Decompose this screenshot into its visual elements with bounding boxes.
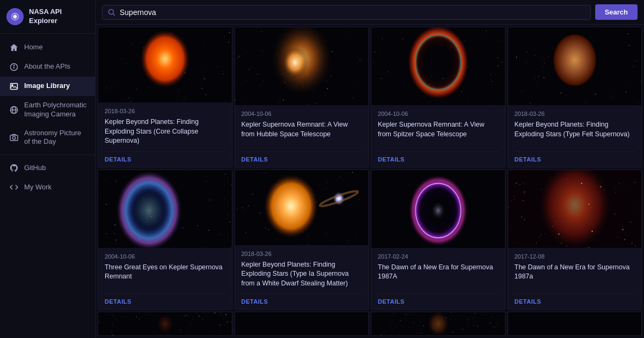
code-icon — [9, 182, 19, 192]
search-button[interactable]: Search — [595, 4, 638, 20]
image-card[interactable]: 2018-03-26 Kepler Beyond Planets: Findin… — [508, 27, 642, 167]
sidebar-label-earth-camera: Earth Polychromatic Imaging Camera — [24, 101, 87, 119]
svg-line-14 — [113, 13, 115, 16]
card-title: Three Great Eyes on Kepler Supernova Rem… — [105, 263, 225, 289]
image-icon — [9, 82, 19, 91]
sidebar-item-earth-camera[interactable]: Earth Polychromatic Imaging Camera — [0, 96, 95, 124]
app-logo-area: NASA API Explorer — [0, 0, 95, 34]
svg-point-5 — [13, 65, 14, 65]
card-image — [235, 27, 369, 105]
image-card[interactable]: 2017-12-08 The Dawn of a New Era for Sup… — [508, 170, 642, 310]
card-image — [371, 27, 505, 105]
card-image — [508, 27, 642, 105]
search-input-wrap[interactable] — [102, 5, 591, 20]
card-details-link[interactable]: DETAILS — [378, 151, 499, 163]
partial-card — [235, 312, 369, 336]
info-icon — [9, 62, 19, 72]
card-details-link[interactable]: DETAILS — [241, 293, 362, 305]
card-title: The Dawn of a New Era for Supernova 1987… — [378, 263, 499, 289]
app-title: NASA API Explorer — [29, 8, 89, 26]
card-title: The Dawn of a New Era for Supernova 1987… — [515, 263, 635, 289]
partial-card — [371, 312, 506, 336]
svg-point-13 — [109, 9, 114, 14]
card-image — [508, 170, 642, 248]
main-content: Search 2018-03-26 Kepler Beyond Planets:… — [96, 0, 644, 338]
image-card[interactable]: 2004-10-06 Three Great Eyes on Kepler Su… — [98, 170, 232, 310]
globe-icon — [9, 105, 19, 115]
card-title: Kepler Supernova Remnant: A View from Sp… — [378, 120, 499, 146]
image-card[interactable]: 2018-03-26 Kepler Beyond Planets: Findin… — [235, 170, 369, 310]
card-details-link[interactable]: DETAILS — [105, 151, 225, 163]
search-icon — [108, 9, 115, 16]
card-date: 2018-03-26 — [105, 108, 225, 114]
image-grid: 2018-03-26 Kepler Beyond Planets: Findin… — [96, 25, 644, 312]
card-date: 2018-03-26 — [241, 251, 362, 257]
github-icon — [9, 163, 19, 173]
card-details-link[interactable]: DETAILS — [378, 293, 499, 305]
app-logo-icon — [6, 8, 24, 25]
image-card[interactable]: 2004-10-06 Kepler Supernova Remnant: A V… — [235, 27, 369, 167]
image-card[interactable]: 2017-02-24 The Dawn of a New Era for Sup… — [371, 170, 506, 310]
camera-icon — [9, 133, 19, 142]
sidebar: NASA API Explorer Home About the APIs — [0, 0, 96, 338]
partial-card — [98, 312, 232, 336]
sidebar-item-my-work[interactable]: My Work — [0, 178, 95, 197]
card-image — [235, 170, 369, 245]
sidebar-label-home: Home — [24, 43, 43, 52]
nav-menu: Home About the APIs Image Li — [0, 34, 95, 338]
sidebar-item-image-library[interactable]: Image Library — [0, 77, 95, 96]
card-date: 2017-12-08 — [515, 253, 635, 260]
sidebar-item-apod[interactable]: Astronomy Picture of the Day — [0, 124, 95, 152]
image-card[interactable]: 2004-10-06 Kepler Supernova Remnant: A V… — [371, 27, 506, 167]
card-details-link[interactable]: DETAILS — [515, 151, 635, 163]
partial-row — [96, 312, 644, 338]
sidebar-item-home[interactable]: Home — [0, 38, 95, 57]
card-image — [98, 170, 232, 248]
card-image — [98, 27, 232, 102]
card-date: 2004-10-06 — [241, 111, 362, 117]
card-details-link[interactable]: DETAILS — [515, 293, 635, 305]
sidebar-label-about: About the APIs — [24, 62, 70, 71]
search-bar: Search — [96, 0, 644, 25]
partial-card — [508, 312, 642, 336]
card-details-link[interactable]: DETAILS — [241, 151, 362, 163]
sidebar-item-github[interactable]: GitHub — [0, 158, 95, 178]
sidebar-divider — [0, 155, 95, 155]
search-input[interactable] — [120, 8, 585, 17]
sidebar-label-github: GitHub — [24, 164, 46, 173]
image-card[interactable]: 2018-03-26 Kepler Beyond Planets: Findin… — [98, 27, 232, 167]
card-title: Kepler Supernova Remnant: A View from Hu… — [241, 120, 362, 146]
sidebar-label-apod: Astronomy Picture of the Day — [24, 129, 87, 147]
sidebar-label-image-library: Image Library — [24, 82, 70, 91]
card-date: 2004-10-06 — [378, 111, 499, 117]
home-icon — [9, 43, 19, 53]
card-title: Kepler Beyond Planets: Finding Exploding… — [105, 117, 225, 146]
card-image — [371, 170, 505, 248]
card-details-link[interactable]: DETAILS — [105, 293, 225, 305]
svg-point-12 — [12, 137, 16, 140]
card-date: 2004-10-06 — [105, 253, 225, 260]
card-date: 2017-02-24 — [378, 253, 499, 260]
card-title: Kepler Beyond Planets: Finding Exploding… — [241, 260, 362, 289]
sidebar-label-my-work: My Work — [24, 183, 52, 192]
card-date: 2018-03-26 — [515, 111, 635, 117]
sidebar-item-about[interactable]: About the APIs — [0, 57, 95, 77]
card-title: Kepler Beyond Planets: Finding Exploding… — [515, 120, 635, 146]
